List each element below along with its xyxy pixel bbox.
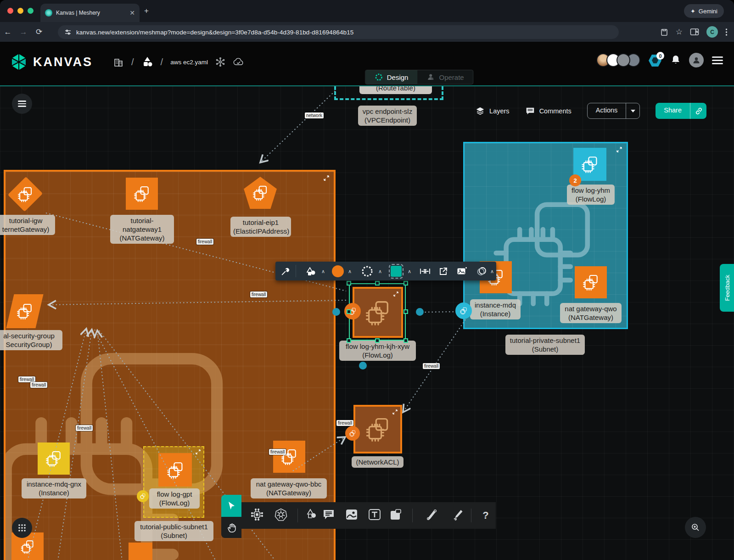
user-avatar[interactable] [689, 53, 704, 67]
close-window-button[interactable] [7, 8, 13, 14]
zoom-button[interactable] [685, 517, 706, 538]
node-internet-gateway[interactable] [10, 178, 40, 210]
group-label-private-subnet[interactable]: tutorial-private-subnet1(Subnet) [505, 335, 585, 355]
site-settings-icon[interactable] [64, 28, 72, 36]
organization-icon[interactable] [113, 56, 124, 67]
chevron-up-icon[interactable]: ∧ [408, 268, 411, 274]
chevron-up-icon[interactable]: ∧ [378, 268, 382, 274]
fill-color-swatch[interactable] [332, 265, 344, 277]
open-in-new-icon[interactable] [439, 267, 448, 276]
cluster-context-icon[interactable] [215, 57, 225, 67]
node-label-elastic-ip[interactable]: tutorial-eip1(ElasticIPAddress) [230, 217, 291, 237]
note-tool[interactable] [390, 509, 402, 522]
comments-button[interactable]: Comments [525, 106, 572, 116]
tools-wrench-icon[interactable] [281, 267, 290, 276]
actions-split-button[interactable]: Actions [587, 103, 640, 119]
node-cut-bottom-left[interactable] [11, 532, 44, 560]
cloud-sync-icon[interactable] [233, 57, 245, 67]
group-style-swatch[interactable] [391, 266, 402, 277]
app-menu-icon[interactable] [712, 56, 723, 64]
address-bar[interactable]: kanvas.new/extension/meshmap?mode=design… [58, 25, 619, 39]
layers-button[interactable]: Layers [475, 106, 510, 116]
chevron-up-icon[interactable]: ∧ [490, 268, 494, 274]
networkacl-badge[interactable] [345, 426, 360, 441]
save-page-icon[interactable] [660, 28, 668, 36]
design-file-name[interactable]: aws ec2.yaml [170, 59, 208, 66]
node-natgateway-qwo[interactable] [575, 266, 607, 298]
image-tool[interactable] [345, 509, 358, 522]
notifications-bell-icon[interactable] [671, 55, 681, 66]
node-natgateway-bbc[interactable] [273, 441, 305, 473]
bookmark-star-icon[interactable]: ☆ [676, 27, 683, 37]
node-flowlog-gpt[interactable] [158, 453, 192, 487]
node-label-natgateway-qwo[interactable]: nat gateway-qwo(NATGateway) [560, 303, 622, 323]
chevron-up-icon[interactable]: ∧ [321, 268, 325, 274]
node-networkacl[interactable] [353, 405, 402, 454]
gemini-button[interactable]: ✦ Gemini [684, 4, 724, 18]
new-tab-button[interactable]: + [144, 6, 149, 16]
node-label-flowlog-gpt[interactable]: flow log-gpt(FlowLog) [149, 488, 200, 509]
node-instance-gnx[interactable] [38, 442, 70, 475]
add-image-icon[interactable] [457, 267, 467, 276]
help-tool[interactable]: ? [482, 510, 488, 521]
shapes-tool[interactable] [306, 509, 319, 522]
forward-icon[interactable]: → [16, 28, 31, 37]
reload-icon[interactable]: ⟳ [31, 27, 47, 37]
expand-icon[interactable] [393, 291, 398, 297]
connection-dot-bottom[interactable] [359, 362, 367, 370]
node-natgateway1[interactable] [126, 178, 158, 210]
flowlog-gpt-badge[interactable] [137, 490, 149, 502]
node-label-networkacl[interactable]: (NetworkACL) [352, 456, 403, 468]
node-label-natgateway-bbc[interactable]: nat gateway-qwo-bbc(NATGateway) [251, 478, 327, 498]
shape-picker-icon[interactable] [306, 266, 317, 276]
connection-dot-left[interactable] [332, 308, 340, 316]
copy-link-button[interactable] [690, 103, 706, 119]
node-label-instance-mdq[interactable]: instance-mdq(Instance) [470, 299, 521, 319]
tab-operate[interactable]: Operate [417, 70, 473, 84]
expand-icon[interactable] [616, 147, 622, 152]
expand-icon[interactable] [324, 175, 329, 181]
workspace-shapes-icon[interactable] [141, 56, 153, 68]
close-tab-icon[interactable]: ✕ [129, 9, 135, 17]
text-tool[interactable] [368, 509, 381, 522]
edge-pen-tool[interactable] [425, 508, 438, 523]
node-elastic-ip[interactable] [244, 177, 277, 209]
feedback-tab[interactable]: Feedback [720, 264, 734, 312]
node-label-instance-gnx[interactable]: instance-mdq-gnx(Instance) [22, 478, 86, 498]
components-tool[interactable] [250, 508, 264, 523]
select-tool-button[interactable] [221, 495, 241, 517]
connection-dot-right[interactable] [416, 308, 424, 316]
collaborator-avatars[interactable] [596, 53, 640, 67]
node-label-flowlog-kjh[interactable]: flow log-yhm-kjh-xyw(FlowLog) [339, 341, 416, 361]
back-icon[interactable]: ← [0, 28, 16, 37]
node-label-routetable[interactable]: (RouteTable) [359, 85, 432, 94]
group-label-public-subnet[interactable]: tutorial-public-subnet1(Subnet) [134, 521, 213, 541]
actions-dropdown-button[interactable] [626, 103, 639, 118]
flowlog-yhm-count-badge[interactable]: 2 [569, 174, 581, 186]
subnet-connection-badge[interactable] [455, 302, 472, 319]
canvas-menu-button[interactable] [12, 94, 32, 114]
browser-menu-icon[interactable] [725, 28, 728, 36]
tab-design[interactable]: Design [365, 70, 418, 84]
traffic-lights[interactable] [7, 8, 34, 14]
expand-icon[interactable] [392, 409, 398, 414]
browser-tab[interactable]: Kanvas | Meshery ✕ [40, 4, 140, 22]
avatar-collaborator-3[interactable] [616, 53, 630, 67]
node-label-internet-gateway[interactable]: tutorial-igwternetGateway) [0, 215, 55, 235]
expand-icon[interactable] [196, 449, 201, 454]
node-label-vpc-endpoint[interactable]: vpc endpoint-slz(VPCEndpoint) [358, 106, 417, 126]
node-cut-bottom[interactable] [129, 543, 152, 560]
chevron-up-icon[interactable]: ∧ [348, 268, 352, 274]
resize-width-icon[interactable] [420, 267, 431, 276]
zoom-window-button[interactable] [28, 8, 34, 14]
browser-profile-avatar[interactable]: C [706, 26, 718, 38]
widgets-button[interactable] [12, 518, 32, 538]
node-label-flowlog-yhm[interactable]: flow log-yhm(FlowLog) [567, 185, 615, 205]
share-split-button[interactable]: Share [656, 103, 706, 119]
border-style-icon[interactable] [361, 265, 373, 277]
design-canvas[interactable]: (RouteTable) vpc endpoint-slz(VPCEndpoin… [0, 85, 734, 560]
appearance-rings-icon[interactable] [476, 266, 488, 276]
kanvas-logo[interactable] [11, 54, 27, 70]
kubernetes-tool[interactable] [274, 508, 288, 523]
freehand-pen-tool[interactable] [452, 508, 465, 523]
